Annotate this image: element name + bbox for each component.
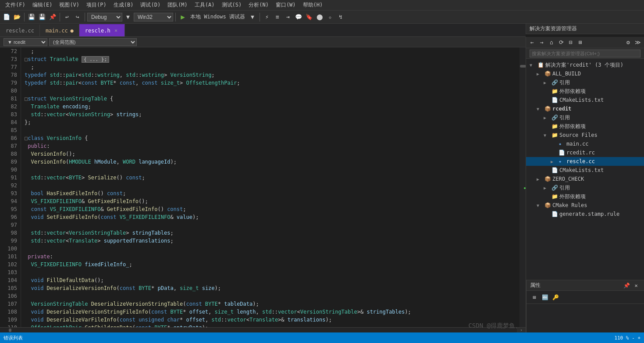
change-indicator bbox=[524, 187, 526, 189]
panel-toolbar-more[interactable]: ≫ bbox=[633, 38, 642, 47]
tree-rcedit-refs[interactable]: ▶ 🔗 引用 bbox=[526, 113, 644, 122]
tree-cmake-rules[interactable]: ▼ 📦 CMake Rules bbox=[526, 201, 644, 210]
tree-rcedit-rc[interactable]: 📄 rcedit.rc bbox=[526, 148, 644, 157]
tree-solution-root[interactable]: ▼ 📋 解决方案'rcedit' (3 个项目) bbox=[526, 61, 644, 69]
toolbar-redo[interactable]: ↪ bbox=[73, 12, 82, 22]
properties-close-btn[interactable]: ✕ bbox=[632, 281, 640, 290]
toolbar-bp3[interactable]: ↯ bbox=[336, 12, 345, 22]
code-line-79: typedef std::pair<const BYTE* const, con… bbox=[25, 79, 516, 87]
tree-label-zerochk-refs: 引用 bbox=[559, 184, 570, 192]
properties-btn-key[interactable]: 🔑 bbox=[551, 293, 560, 302]
code-line-83: std::vector<VersionString> strings; bbox=[25, 111, 516, 118]
toolbar-bp2[interactable]: ⬦ bbox=[325, 12, 335, 22]
tree-allbuild-extdeps[interactable]: 📁 外部依赖项 bbox=[526, 87, 644, 96]
panel-toolbar-home[interactable]: ⌂ bbox=[547, 38, 556, 47]
scope-select-right[interactable]: (全局范围) bbox=[49, 38, 137, 46]
panel-toolbar-refresh[interactable]: ⟳ bbox=[557, 38, 566, 47]
tree-allbuild-cmake[interactable]: 📄 CMakeLists.txt bbox=[526, 96, 644, 104]
toolbar-run[interactable]: ▶ bbox=[178, 12, 188, 22]
toolbar-pin[interactable]: 📌 bbox=[48, 12, 57, 22]
toolbar-comment[interactable]: 💬 bbox=[294, 12, 303, 22]
menubar: 文件(F) 编辑(E) 视图(V) 项目(P) 生成(B) 调试(D) 团队(M… bbox=[0, 0, 644, 11]
toolbar: 📄 📂 💾 💾 📌 ↩ ↪ Debug Release ▼ Win32 x64 … bbox=[0, 11, 644, 24]
tree-zerochk[interactable]: ▶ 📦 ZERO_CHECK bbox=[526, 175, 644, 183]
menu-tools[interactable]: 工具(A) bbox=[191, 0, 218, 10]
code-editor[interactable]: 72 73 77 78 79 80 81 82 83 84 85 86 87 8… bbox=[0, 47, 519, 327]
tab-rescle-h[interactable]: rescle.h ✕ bbox=[79, 24, 125, 36]
toolbar-save[interactable]: 💾 bbox=[27, 12, 36, 22]
scope-select-left[interactable]: ▼ rcedit bbox=[4, 38, 47, 46]
panel-toolbar-forward[interactable]: → bbox=[537, 38, 546, 47]
code-line-105: void DeserializeVersionInfo(const BYTE* … bbox=[25, 284, 516, 292]
tree-main-cc[interactable]: ✦ main.cc bbox=[526, 139, 644, 148]
toolbar-config-select[interactable]: Debug Release bbox=[87, 13, 122, 21]
menu-test[interactable]: 测试(S) bbox=[218, 0, 246, 10]
panel-toolbar-back[interactable]: ← bbox=[528, 38, 537, 47]
statusbar-zoom-dec[interactable]: - bbox=[632, 335, 635, 341]
tree-source-files-folder[interactable]: ▼ 📁 Source Files bbox=[526, 131, 644, 139]
properties-pin-btn[interactable]: 📌 bbox=[622, 281, 631, 290]
editor-scrollbar[interactable] bbox=[519, 47, 526, 327]
panel-search-input[interactable] bbox=[530, 50, 640, 57]
tree-zerochk-extdeps[interactable]: 📁 外部依赖项 bbox=[526, 192, 644, 201]
code-line-106 bbox=[25, 292, 516, 300]
tree-zerochk-refs[interactable]: ▶ 🔗 引用 bbox=[526, 183, 644, 192]
toolbar-bookmark[interactable]: 🔖 bbox=[304, 12, 314, 22]
toolbar-undo[interactable]: ↩ bbox=[62, 12, 72, 22]
tree-generate-stamp[interactable]: 📄 generate.stamp.rule bbox=[526, 210, 644, 218]
main-cc-icon: ✦ bbox=[559, 141, 566, 147]
properties-btn-sort[interactable]: 🔤 bbox=[541, 293, 549, 302]
right-panel: ← → ⌂ ⟳ ⊟ ⊞ ⚙ ≫ ▼ 📋 解决方案'rcedit' (3 个项目)… bbox=[526, 37, 644, 332]
menu-project[interactable]: 项目(P) bbox=[83, 0, 110, 10]
toolbar-attach[interactable]: ⚡ bbox=[262, 12, 272, 22]
toolbar-platform-select[interactable]: Win32 x64 bbox=[134, 13, 173, 21]
toolbar-saveall[interactable]: 💾 bbox=[37, 12, 47, 22]
tab-main-cc[interactable]: main.cc ● bbox=[40, 24, 79, 36]
menu-build[interactable]: 生成(B) bbox=[110, 0, 137, 10]
statusbar-errors[interactable]: 错误列表 bbox=[4, 335, 23, 341]
menu-window[interactable]: 窗口(W) bbox=[272, 0, 299, 10]
rcedit-cmake-icon: 📄 bbox=[551, 167, 559, 173]
toolbar-format[interactable]: ≡ bbox=[273, 12, 282, 22]
code-line-82: Translate encoding; bbox=[25, 103, 516, 111]
zerochk-icon: 📦 bbox=[544, 176, 551, 182]
statusbar-zoom-inc[interactable]: + bbox=[637, 335, 640, 341]
allbuild-icon: 📦 bbox=[544, 71, 551, 77]
tree-rcedit-extdeps[interactable]: 📁 外部依赖项 bbox=[526, 122, 644, 131]
tree-allbuild-refs[interactable]: ▶ 🔗 引用 bbox=[526, 78, 644, 87]
hscroll-right[interactable]: › bbox=[517, 328, 526, 333]
menu-debug[interactable]: 调试(D) bbox=[137, 0, 164, 10]
scrollbar-thumb[interactable] bbox=[520, 65, 526, 68]
tab-rescle-h-close[interactable]: ✕ bbox=[113, 28, 119, 34]
tree-arrow-allbuild: ▶ bbox=[537, 71, 544, 76]
zerochk-extdeps-icon: 📁 bbox=[551, 193, 559, 200]
panel-toolbar-filter[interactable]: ⊞ bbox=[576, 38, 585, 47]
code-text[interactable]: ; □struct Translate { ... }; ; typedef s… bbox=[21, 47, 519, 327]
toolbar-open[interactable]: 📂 bbox=[12, 12, 22, 22]
tab-rescle-cc[interactable]: rescle.cc bbox=[0, 24, 40, 36]
toolbar-bp1[interactable]: ⬤ bbox=[315, 12, 324, 22]
toolbar-run-label[interactable]: 本地 Windows 调试器 bbox=[189, 13, 247, 21]
toolbar-run-arrow[interactable]: ▼ bbox=[248, 12, 257, 22]
tree-allbuild[interactable]: ▶ 📦 ALL_BUILD bbox=[526, 69, 644, 78]
tree-rescle-cc[interactable]: ▶ ✦ rescle.cc bbox=[526, 157, 644, 166]
menu-team[interactable]: 团队(M) bbox=[164, 0, 191, 10]
tree-rcedit-cmakelists[interactable]: 📄 CMakeLists.txt bbox=[526, 166, 644, 175]
panel-toolbar-collapse[interactable]: ⊟ bbox=[566, 38, 575, 47]
properties-btn-grid[interactable]: ⊞ bbox=[530, 293, 539, 302]
toolbar-indent[interactable]: ⇥ bbox=[283, 12, 293, 22]
menu-analyze[interactable]: 分析(N) bbox=[245, 0, 272, 10]
toolbar-config-arrow[interactable]: ▼ bbox=[123, 12, 133, 22]
menu-file[interactable]: 文件(F) bbox=[2, 0, 29, 10]
tree-rcedit[interactable]: ▼ 📦 rcedit bbox=[526, 104, 644, 113]
menu-view[interactable]: 视图(V) bbox=[56, 0, 83, 10]
generate-stamp-icon: 📄 bbox=[551, 211, 559, 217]
tree-arrow-rescle-cc: ▶ bbox=[551, 159, 558, 164]
code-line-104: void FillDefaultData(); bbox=[25, 276, 516, 284]
editor-hscrollbar[interactable]: › bbox=[0, 327, 526, 332]
panel-toolbar-settings[interactable]: ⚙ bbox=[624, 38, 633, 47]
menu-help[interactable]: 帮助(H) bbox=[299, 0, 327, 10]
toolbar-new[interactable]: 📄 bbox=[2, 12, 11, 22]
hscrollbar-thumb[interactable] bbox=[9, 329, 11, 332]
menu-edit[interactable]: 编辑(E) bbox=[29, 0, 56, 10]
